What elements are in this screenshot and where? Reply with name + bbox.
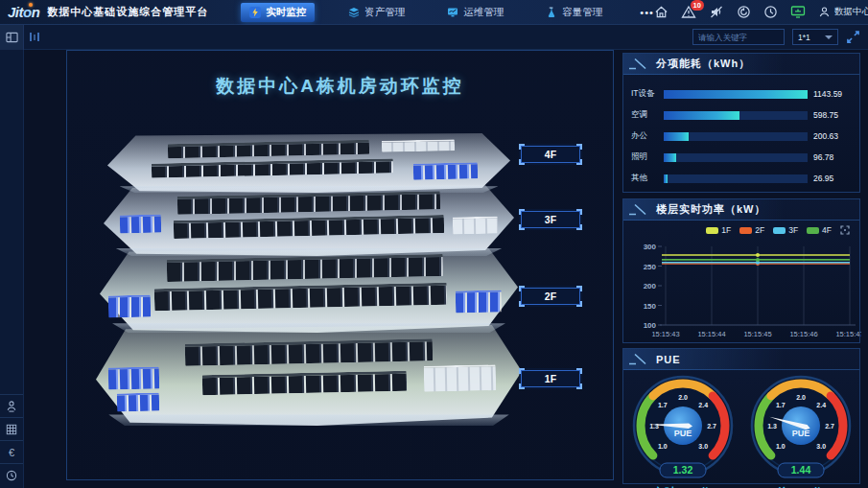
bar-track	[664, 174, 808, 183]
screen-share-icon[interactable]	[790, 5, 806, 19]
bar-value: 96.78	[808, 152, 852, 162]
panel-header-decoration	[628, 203, 651, 216]
svg-text:1.0: 1.0	[657, 443, 667, 450]
clock-icon[interactable]	[763, 5, 778, 19]
bar-track	[664, 153, 808, 162]
nav-more-button[interactable]: •••	[640, 7, 654, 18]
bar-fill	[664, 174, 668, 183]
search-input[interactable]	[698, 33, 779, 42]
legend-swatch	[706, 227, 718, 234]
energy-breakdown-panel: 分项能耗（kWh） IT设备1143.59空调598.75办公200.63照明9…	[622, 53, 860, 193]
user-icon	[818, 6, 831, 18]
energy-bar-row: IT设备1143.59	[631, 83, 852, 105]
pue-panel-header: PUE	[623, 349, 859, 370]
svg-text:15:15:47: 15:15:47	[835, 330, 861, 338]
pue-gauge-realtime: 1.01.31.72.02.42.73.0PUE1.32实时PUE值	[629, 374, 737, 488]
record-icon[interactable]	[737, 5, 751, 19]
monitor-chart-icon	[447, 7, 458, 18]
bar-label: 其他	[631, 173, 664, 184]
layout-columns-icon[interactable]	[30, 33, 39, 41]
user-menu[interactable]: 数据中心...	[818, 6, 868, 18]
floor-button-2f[interactable]: 2F	[519, 286, 582, 307]
jiton-logo: Jiton	[8, 4, 39, 20]
floor-button-1f[interactable]: 1F	[519, 368, 582, 389]
currency-icon[interactable]: €	[0, 440, 23, 463]
bar-label: 办公	[631, 130, 664, 142]
right-panel-column: 分项能耗（kWh） IT设备1143.59空调598.75办公200.63照明9…	[622, 53, 860, 484]
flask-icon	[546, 7, 557, 18]
energy-bar-row: 其他26.95	[631, 168, 852, 189]
svg-text:15:15:43: 15:15:43	[651, 330, 679, 338]
secondary-toolbar: 1*1	[0, 25, 868, 50]
energy-bar-row: 办公200.63	[631, 126, 852, 147]
gauge-svg: 1.01.31.72.02.42.73.0PUE1.32	[631, 374, 735, 487]
nav-tab-capacity-mgmt[interactable]: 容量管理	[537, 3, 611, 22]
floor-3d-4f	[107, 133, 510, 193]
bar-track	[664, 90, 808, 99]
legend-label: 2F	[755, 225, 764, 235]
layers-icon	[348, 7, 360, 18]
svg-text:15:15:45: 15:15:45	[743, 330, 771, 338]
location-person-icon[interactable]	[0, 394, 23, 417]
logo-o-mark: o	[23, 4, 32, 20]
bar-fill	[664, 132, 689, 141]
home-icon[interactable]	[654, 5, 669, 19]
gauge-svg: 1.01.31.72.02.42.73.0PUE1.44	[749, 374, 853, 487]
bar-fill	[664, 153, 676, 162]
bar-track	[664, 111, 808, 120]
chart-expand-icon[interactable]	[840, 225, 850, 235]
chevron-down-icon	[825, 35, 833, 39]
alarm-badge: 10	[691, 0, 704, 11]
alarm-icon[interactable]: 10	[681, 5, 696, 19]
nav-tab-realtime-monitor[interactable]: 实时监控	[241, 3, 315, 22]
bar-track	[664, 132, 808, 141]
floor-button-3f[interactable]: 3F	[519, 209, 582, 230]
svg-text:2.0: 2.0	[678, 394, 688, 401]
svg-text:PUE: PUE	[673, 429, 692, 438]
nav-tab-ops-mgmt[interactable]: 运维管理	[438, 3, 512, 22]
bar-value: 1143.59	[808, 89, 852, 99]
power-line-chart: 30025020015010015:15:4315:15:4415:15:451…	[623, 237, 859, 344]
legend-label: 4F	[822, 225, 832, 235]
floor-power-panel: 楼层实时功率（kW） 1F2F3F4F 30025020015010015:15…	[622, 198, 860, 343]
svg-text:2.7: 2.7	[825, 423, 834, 430]
platform-title: 数据中心基础设施综合管理平台	[47, 5, 208, 19]
legend-label: 3F	[788, 225, 798, 235]
floor-button-4f[interactable]: 4F	[519, 144, 582, 165]
brand: Jiton 数据中心基础设施综合管理平台	[0, 4, 208, 20]
gauge-value: 1.32	[672, 464, 692, 476]
legend-swatch	[807, 227, 819, 234]
energy-bar-row: 照明96.78	[631, 147, 852, 168]
svg-text:3.0: 3.0	[698, 443, 708, 450]
grid-layout-select[interactable]: 1*1	[792, 29, 838, 45]
svg-text:2.0: 2.0	[796, 394, 806, 401]
pue-gauge-total: 1.01.31.72.02.42.73.0PUE1.44总PUE值	[747, 374, 855, 488]
legend-swatch	[739, 227, 752, 234]
mute-icon[interactable]	[709, 5, 724, 19]
pue-gauges: 1.01.31.72.02.42.73.0PUE1.32实时PUE值1.01.3…	[623, 370, 859, 488]
bar-value: 598.75	[808, 110, 852, 120]
power-chart-svg: 30025020015010015:15:4315:15:4415:15:451…	[627, 237, 861, 344]
sidebar-toggle-button[interactable]	[0, 25, 24, 50]
svg-text:1.7: 1.7	[657, 402, 667, 408]
history-clock-icon[interactable]	[0, 463, 23, 486]
legend-item-1f[interactable]: 1F	[706, 225, 731, 235]
application-window: Jiton 数据中心基础设施综合管理平台 实时监控 资产管理 运维管理 容量管理…	[0, 0, 868, 488]
floor-3d-2f	[100, 248, 518, 333]
legend-label: 1F	[721, 225, 731, 235]
nav-tab-asset-mgmt[interactable]: 资产管理	[340, 3, 413, 22]
bar-fill	[664, 111, 739, 120]
grid-table-icon[interactable]	[0, 417, 23, 440]
legend-item-2f[interactable]: 2F	[739, 225, 764, 235]
fullscreen-icon[interactable]	[846, 30, 860, 44]
bar-label: 照明	[631, 151, 664, 163]
svg-text:15:15:46: 15:15:46	[789, 330, 817, 338]
svg-text:2.7: 2.7	[707, 423, 716, 430]
panel-header-decoration	[628, 353, 651, 365]
legend-item-4f[interactable]: 4F	[807, 225, 832, 235]
floor-3d-1f	[96, 325, 522, 426]
energy-bar-row: 空调598.75	[631, 105, 852, 126]
svg-text:2.4: 2.4	[698, 402, 708, 408]
svg-text:1.7: 1.7	[775, 402, 785, 408]
legend-item-3f[interactable]: 3F	[773, 225, 798, 235]
